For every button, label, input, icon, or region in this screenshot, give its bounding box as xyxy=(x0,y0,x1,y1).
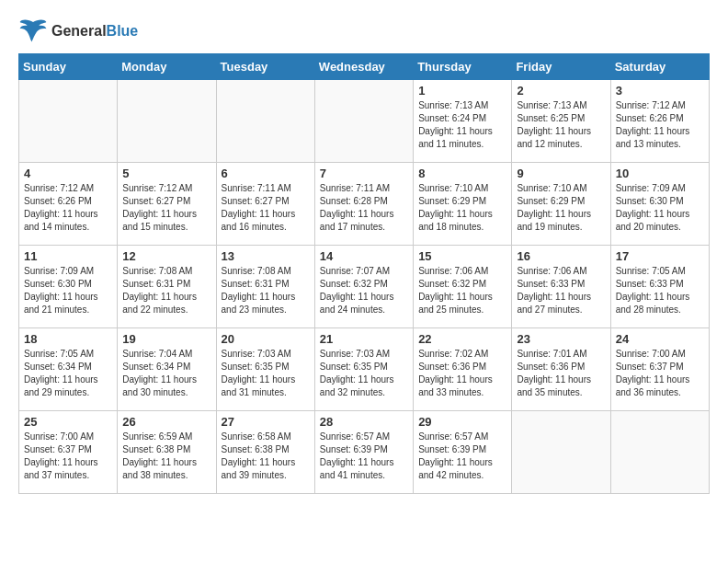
calendar-cell: 7Sunrise: 7:11 AMSunset: 6:28 PMDaylight… xyxy=(314,163,413,246)
calendar-table: SundayMondayTuesdayWednesdayThursdayFrid… xyxy=(18,53,710,494)
day-number: 27 xyxy=(222,415,310,429)
day-number: 8 xyxy=(418,167,506,180)
day-info: Sunrise: 7:06 AMSunset: 6:33 PMDaylight:… xyxy=(517,265,605,316)
day-info: Sunrise: 6:58 AMSunset: 6:38 PMDaylight:… xyxy=(222,431,310,482)
calendar-cell: 8Sunrise: 7:10 AMSunset: 6:29 PMDaylight… xyxy=(414,163,512,246)
calendar-week-5: 25Sunrise: 7:00 AMSunset: 6:37 PMDayligh… xyxy=(19,411,710,494)
day-number: 16 xyxy=(517,249,605,263)
day-number: 6 xyxy=(222,167,310,180)
calendar-cell: 10Sunrise: 7:09 AMSunset: 6:30 PMDayligh… xyxy=(610,163,709,246)
weekday-header-friday: Friday xyxy=(512,54,610,80)
calendar-cell: 1Sunrise: 7:13 AMSunset: 6:24 PMDaylight… xyxy=(414,80,512,163)
day-info: Sunrise: 7:04 AMSunset: 6:34 PMDaylight:… xyxy=(122,348,210,399)
calendar-cell: 14Sunrise: 7:07 AMSunset: 6:32 PMDayligh… xyxy=(314,246,413,328)
day-info: Sunrise: 7:09 AMSunset: 6:30 PMDaylight:… xyxy=(616,182,704,234)
calendar-cell xyxy=(314,80,413,163)
day-info: Sunrise: 7:13 AMSunset: 6:24 PMDaylight:… xyxy=(418,99,506,151)
calendar-cell: 27Sunrise: 6:58 AMSunset: 6:38 PMDayligh… xyxy=(216,411,314,494)
day-info: Sunrise: 7:01 AMSunset: 6:36 PMDaylight:… xyxy=(517,348,605,399)
calendar-cell: 19Sunrise: 7:04 AMSunset: 6:34 PMDayligh… xyxy=(118,328,216,411)
day-number: 7 xyxy=(320,167,408,180)
day-info: Sunrise: 7:00 AMSunset: 6:37 PMDaylight:… xyxy=(616,348,704,399)
logo-bird-icon xyxy=(18,18,48,44)
calendar-cell xyxy=(19,80,118,163)
day-info: Sunrise: 7:12 AMSunset: 6:26 PMDaylight:… xyxy=(616,99,704,151)
day-number: 2 xyxy=(517,84,605,98)
day-info: Sunrise: 7:11 AMSunset: 6:27 PMDaylight:… xyxy=(222,182,310,234)
day-info: Sunrise: 7:03 AMSunset: 6:35 PMDaylight:… xyxy=(222,348,310,399)
calendar-cell: 4Sunrise: 7:12 AMSunset: 6:26 PMDaylight… xyxy=(19,163,118,246)
day-number: 18 xyxy=(24,332,112,346)
calendar-cell: 12Sunrise: 7:08 AMSunset: 6:31 PMDayligh… xyxy=(118,246,216,328)
calendar-cell: 9Sunrise: 7:10 AMSunset: 6:29 PMDaylight… xyxy=(512,163,610,246)
calendar-cell: 25Sunrise: 7:00 AMSunset: 6:37 PMDayligh… xyxy=(19,411,118,494)
day-number: 17 xyxy=(616,249,704,263)
calendar-cell: 11Sunrise: 7:09 AMSunset: 6:30 PMDayligh… xyxy=(19,246,118,328)
weekday-header-monday: Monday xyxy=(118,54,216,80)
calendar-header-row: SundayMondayTuesdayWednesdayThursdayFrid… xyxy=(19,54,710,80)
day-number: 5 xyxy=(122,167,210,180)
day-info: Sunrise: 6:57 AMSunset: 6:39 PMDaylight:… xyxy=(418,431,506,482)
day-number: 23 xyxy=(517,332,605,346)
day-info: Sunrise: 7:08 AMSunset: 6:31 PMDaylight:… xyxy=(222,265,310,316)
day-number: 22 xyxy=(418,332,506,346)
day-info: Sunrise: 7:12 AMSunset: 6:26 PMDaylight:… xyxy=(24,182,112,234)
day-number: 11 xyxy=(24,249,112,263)
calendar-cell: 26Sunrise: 6:59 AMSunset: 6:38 PMDayligh… xyxy=(118,411,216,494)
day-number: 10 xyxy=(616,167,704,180)
day-number: 25 xyxy=(24,415,112,429)
day-number: 4 xyxy=(24,167,112,180)
day-number: 20 xyxy=(222,332,310,346)
day-number: 26 xyxy=(122,415,210,429)
day-info: Sunrise: 7:11 AMSunset: 6:28 PMDaylight:… xyxy=(320,182,408,234)
page-header: GeneralBlue xyxy=(18,18,710,44)
day-info: Sunrise: 7:03 AMSunset: 6:35 PMDaylight:… xyxy=(320,348,408,399)
calendar-cell: 24Sunrise: 7:00 AMSunset: 6:37 PMDayligh… xyxy=(610,328,709,411)
day-info: Sunrise: 7:09 AMSunset: 6:30 PMDaylight:… xyxy=(24,265,112,316)
day-info: Sunrise: 7:07 AMSunset: 6:32 PMDaylight:… xyxy=(320,265,408,316)
day-info: Sunrise: 6:57 AMSunset: 6:39 PMDaylight:… xyxy=(320,431,408,482)
calendar-cell xyxy=(216,80,314,163)
logo-text: GeneralBlue xyxy=(51,23,138,40)
day-info: Sunrise: 7:10 AMSunset: 6:29 PMDaylight:… xyxy=(517,182,605,234)
calendar-cell: 29Sunrise: 6:57 AMSunset: 6:39 PMDayligh… xyxy=(414,411,512,494)
weekday-header-wednesday: Wednesday xyxy=(314,54,413,80)
weekday-header-saturday: Saturday xyxy=(610,54,709,80)
calendar-cell: 20Sunrise: 7:03 AMSunset: 6:35 PMDayligh… xyxy=(216,328,314,411)
calendar-cell: 28Sunrise: 6:57 AMSunset: 6:39 PMDayligh… xyxy=(314,411,413,494)
day-info: Sunrise: 7:05 AMSunset: 6:34 PMDaylight:… xyxy=(24,348,112,399)
calendar-cell: 13Sunrise: 7:08 AMSunset: 6:31 PMDayligh… xyxy=(216,246,314,328)
calendar-cell: 18Sunrise: 7:05 AMSunset: 6:34 PMDayligh… xyxy=(19,328,118,411)
day-number: 15 xyxy=(418,249,506,263)
calendar-week-1: 1Sunrise: 7:13 AMSunset: 6:24 PMDaylight… xyxy=(19,80,710,163)
day-number: 12 xyxy=(122,249,210,263)
calendar-cell: 22Sunrise: 7:02 AMSunset: 6:36 PMDayligh… xyxy=(414,328,512,411)
day-info: Sunrise: 7:10 AMSunset: 6:29 PMDaylight:… xyxy=(418,182,506,234)
logo: GeneralBlue xyxy=(18,18,138,44)
calendar-week-2: 4Sunrise: 7:12 AMSunset: 6:26 PMDaylight… xyxy=(19,163,710,246)
calendar-cell: 6Sunrise: 7:11 AMSunset: 6:27 PMDaylight… xyxy=(216,163,314,246)
calendar-cell: 23Sunrise: 7:01 AMSunset: 6:36 PMDayligh… xyxy=(512,328,610,411)
calendar-week-3: 11Sunrise: 7:09 AMSunset: 6:30 PMDayligh… xyxy=(19,246,710,328)
day-number: 9 xyxy=(517,167,605,180)
weekday-header-tuesday: Tuesday xyxy=(216,54,314,80)
calendar-cell xyxy=(118,80,216,163)
calendar-cell: 17Sunrise: 7:05 AMSunset: 6:33 PMDayligh… xyxy=(610,246,709,328)
day-number: 28 xyxy=(320,415,408,429)
day-info: Sunrise: 7:12 AMSunset: 6:27 PMDaylight:… xyxy=(122,182,210,234)
day-number: 1 xyxy=(418,84,506,98)
day-number: 14 xyxy=(320,249,408,263)
day-number: 3 xyxy=(616,84,704,98)
day-info: Sunrise: 7:05 AMSunset: 6:33 PMDaylight:… xyxy=(616,265,704,316)
day-info: Sunrise: 7:00 AMSunset: 6:37 PMDaylight:… xyxy=(24,431,112,482)
day-number: 13 xyxy=(222,249,310,263)
day-info: Sunrise: 6:59 AMSunset: 6:38 PMDaylight:… xyxy=(122,431,210,482)
calendar-cell xyxy=(512,411,610,494)
day-info: Sunrise: 7:02 AMSunset: 6:36 PMDaylight:… xyxy=(418,348,506,399)
day-info: Sunrise: 7:06 AMSunset: 6:32 PMDaylight:… xyxy=(418,265,506,316)
calendar-cell: 2Sunrise: 7:13 AMSunset: 6:25 PMDaylight… xyxy=(512,80,610,163)
weekday-header-sunday: Sunday xyxy=(19,54,118,80)
day-info: Sunrise: 7:13 AMSunset: 6:25 PMDaylight:… xyxy=(517,99,605,151)
day-number: 21 xyxy=(320,332,408,346)
calendar-cell: 16Sunrise: 7:06 AMSunset: 6:33 PMDayligh… xyxy=(512,246,610,328)
